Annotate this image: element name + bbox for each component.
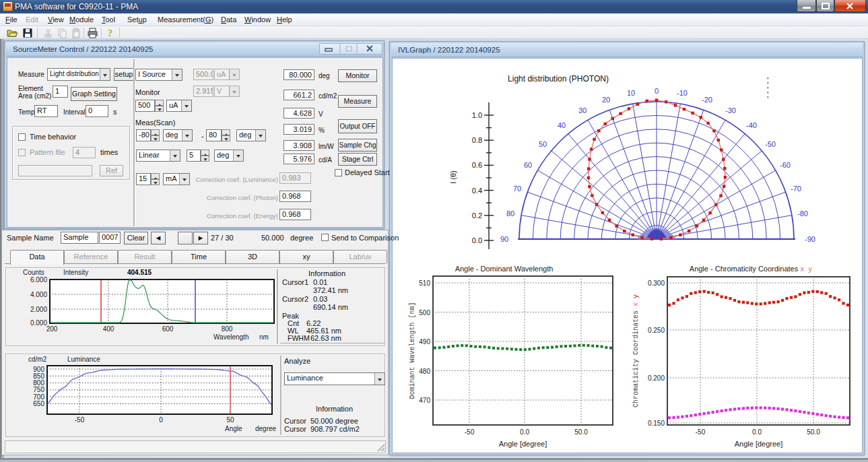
svg-text:0.6: 0.6	[472, 161, 482, 169]
svg-text:200: 200	[46, 325, 58, 333]
svg-text:470: 470	[419, 397, 430, 404]
svg-text:20: 20	[602, 96, 610, 104]
svg-text:480: 480	[419, 368, 430, 375]
svg-text:-50: -50	[696, 428, 706, 436]
svg-text:4.000: 4.000	[30, 291, 47, 298]
svg-text:0.4: 0.4	[472, 187, 482, 195]
svg-text:0.0: 0.0	[752, 428, 762, 436]
svg-text:-50: -50	[765, 140, 776, 148]
svg-text:-80: -80	[797, 209, 808, 218]
svg-text:degree: degree	[255, 425, 277, 432]
svg-text:90: 90	[500, 235, 508, 243]
svg-text:?: ?	[108, 28, 112, 38]
svg-text:510: 510	[419, 279, 430, 287]
svg-text:-50: -50	[75, 416, 85, 424]
svg-text:650: 650	[33, 400, 44, 407]
svg-text:490: 490	[419, 338, 430, 345]
svg-text:-10: -10	[677, 89, 688, 97]
svg-text:Light distribution (PHOTON): Light distribution (PHOTON)	[508, 74, 609, 84]
svg-text:50.0: 50.0	[807, 428, 820, 436]
svg-text:Angle: Angle	[225, 425, 242, 432]
svg-text:0.250: 0.250	[648, 327, 665, 334]
svg-text:500: 500	[419, 309, 430, 317]
svg-text:600: 600	[162, 325, 174, 333]
svg-text:40: 40	[558, 121, 566, 129]
svg-text:60: 60	[524, 161, 532, 169]
svg-text:Angle - Dominant Wavelength: Angle - Dominant Wavelength	[455, 265, 554, 273]
svg-text:10: 10	[627, 89, 635, 97]
svg-text:6.000: 6.000	[30, 276, 47, 284]
svg-text:404.515: 404.515	[127, 269, 152, 276]
svg-text:Wavelength: Wavelength	[213, 333, 248, 341]
svg-text:0: 0	[159, 416, 163, 424]
svg-text:0.0: 0.0	[520, 428, 529, 436]
svg-text:0.300: 0.300	[648, 279, 665, 287]
svg-text:30: 30	[578, 106, 587, 114]
svg-text:Intensity: Intensity	[63, 269, 88, 276]
svg-text:70: 70	[513, 185, 521, 193]
svg-text:nm: nm	[259, 333, 269, 341]
svg-text:y: y	[809, 265, 813, 273]
svg-text:-50: -50	[465, 428, 475, 436]
svg-text:750: 750	[33, 386, 44, 393]
svg-text:0.8: 0.8	[472, 136, 482, 144]
svg-text:Angle [degree]: Angle [degree]	[735, 440, 783, 448]
svg-text:-40: -40	[746, 121, 757, 129]
svg-text:0.2: 0.2	[472, 211, 482, 220]
svg-text:1.0: 1.0	[472, 111, 482, 119]
svg-text:x: x	[801, 265, 805, 273]
svg-text:50.0: 50.0	[574, 428, 588, 436]
svg-text:Angle - Chromaticity Coordinat: Angle - Chromaticity Coordinates	[690, 265, 799, 273]
svg-text:2.000: 2.000	[30, 306, 47, 313]
svg-text:0.150: 0.150	[648, 420, 665, 427]
svg-text:50: 50	[539, 140, 547, 148]
svg-text:0.000: 0.000	[30, 319, 47, 327]
svg-text:800: 800	[222, 325, 233, 333]
svg-text:Chromaticity Coordinates x y: Chromaticity Coordinates x y	[632, 294, 640, 407]
svg-text:-90: -90	[805, 235, 815, 243]
svg-text:Counts: Counts	[23, 269, 44, 276]
svg-text:Dominant Wavelength [nm]: Dominant Wavelength [nm]	[409, 302, 416, 399]
svg-text:-70: -70	[791, 185, 801, 193]
svg-text:400: 400	[103, 325, 114, 333]
svg-text:I (θ): I (θ)	[449, 170, 457, 184]
svg-text:-30: -30	[725, 106, 736, 114]
svg-text:0.200: 0.200	[648, 374, 665, 382]
svg-text:-60: -60	[780, 161, 791, 169]
svg-text:0.0: 0.0	[472, 236, 482, 244]
svg-text:0: 0	[655, 87, 659, 95]
svg-text:50: 50	[226, 416, 234, 424]
svg-text:Angle [degree]: Angle [degree]	[499, 440, 547, 448]
svg-text:-20: -20	[702, 96, 712, 104]
svg-text:Luminance: Luminance	[67, 356, 100, 363]
svg-text:80: 80	[506, 209, 514, 218]
svg-text:cd/m2: cd/m2	[28, 356, 47, 363]
